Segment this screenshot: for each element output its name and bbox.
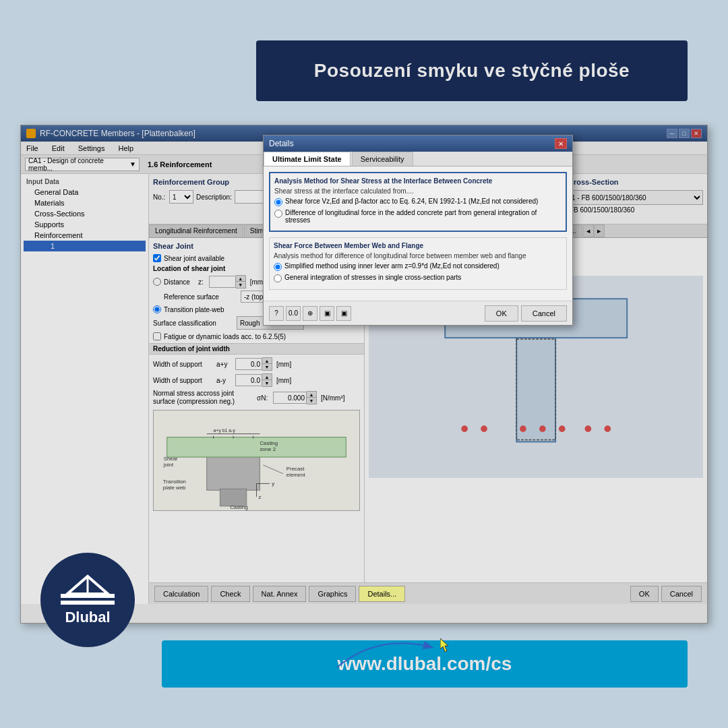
details-section2-radio2-row: General integration of stresses in singl…: [274, 274, 562, 282]
details-section2-text: Analysis method for difference of longit…: [274, 252, 562, 260]
details-dialog: Details ✕ Ultimate Limit State Serviceab…: [263, 135, 573, 326]
details-section1-radio1-label: Shear force Vz,Ed and β-factor acc to Eq…: [285, 198, 538, 205]
logo-text: Dlubal: [65, 609, 110, 626]
details-section2-radio1-row: Simplified method using inner lever arm …: [274, 262, 562, 271]
details-tool-btn-5[interactable]: ▣: [336, 306, 351, 321]
details-section-1: Analysis Method for Shear Stress at the …: [269, 172, 567, 232]
details-close-button[interactable]: ✕: [555, 138, 567, 149]
details-bottom: ? 0.0 ⊕ ▣ ▣ OK Cancel: [264, 301, 572, 325]
details-tabs: Ultimate Limit State Serviceability: [264, 152, 572, 166]
details-ok-cancel: OK Cancel: [485, 305, 567, 322]
details-ok-button[interactable]: OK: [485, 305, 518, 322]
details-section1-radio1-row: Shear force Vz,Ed and β-factor acc to Eq…: [274, 198, 562, 206]
details-tool-btn-4[interactable]: ▣: [320, 306, 334, 321]
details-section2-radio1-label: Simplified method using inner lever arm …: [284, 262, 499, 270]
details-title-bar: Details ✕: [264, 135, 572, 152]
details-tool-buttons: ? 0.0 ⊕ ▣ ▣: [269, 306, 351, 321]
details-content: Analysis Method for Shear Stress at the …: [264, 166, 572, 301]
details-section2-radio1[interactable]: [274, 263, 282, 271]
details-section2-radio2-label: General integration of stresses in singl…: [284, 274, 461, 281]
details-section1-radio2[interactable]: [274, 210, 282, 218]
details-section1-radio2-row: Difference of longitudinal force in the …: [274, 209, 562, 224]
details-tab-sls[interactable]: Serviceability: [352, 152, 413, 166]
details-section1-text: Shear stress at the interface calculated…: [274, 187, 562, 195]
details-section1-radio1[interactable]: [274, 198, 282, 206]
dlubal-logo-icon: [61, 574, 115, 606]
svg-rect-1: [61, 601, 115, 605]
details-help-btn[interactable]: ?: [269, 306, 284, 321]
details-section-2: Shear Force Between Member Web and Flang…: [269, 237, 567, 290]
details-section2-title: Shear Force Between Member Web and Flang…: [274, 242, 562, 249]
details-copy-btn[interactable]: ⊕: [303, 306, 317, 321]
details-cancel-button[interactable]: Cancel: [521, 305, 567, 322]
details-tab-uls[interactable]: Ultimate Limit State: [264, 152, 351, 166]
details-section1-title: Analysis Method for Shear Stress at the …: [274, 177, 562, 185]
details-title: Details: [269, 139, 294, 148]
details-section1-radio2-label: Difference of longitudinal force in the …: [285, 209, 562, 224]
details-section2-radio2[interactable]: [274, 274, 282, 282]
details-reset-btn[interactable]: 0.0: [286, 306, 301, 321]
logo-circle: Dlubal: [40, 553, 135, 647]
